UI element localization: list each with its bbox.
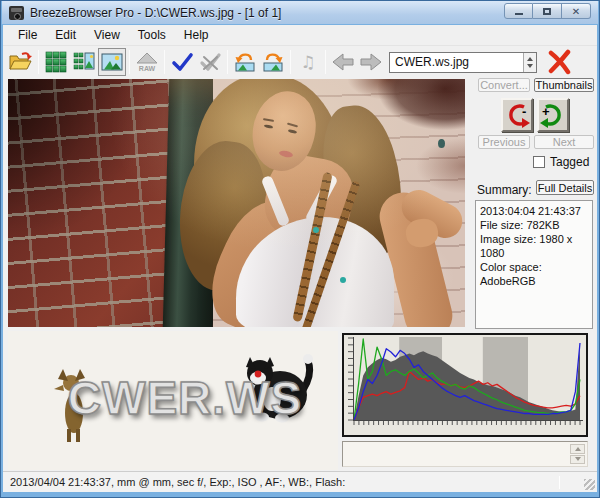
filename-combo[interactable]: CWER.ws.jpg bbox=[389, 52, 537, 73]
raw-button[interactable]: RAW bbox=[133, 48, 161, 76]
open-folder-icon bbox=[8, 50, 34, 74]
next-image-button[interactable] bbox=[357, 48, 385, 76]
rotate-ccw-button[interactable]: - bbox=[501, 98, 533, 132]
spinner-down-icon bbox=[575, 457, 581, 461]
thumbnail-view-icon bbox=[44, 50, 68, 74]
delete-x-icon bbox=[547, 49, 573, 75]
summary-line-filesize: File size: 782KB bbox=[480, 218, 588, 232]
toolbar-separator bbox=[129, 50, 130, 74]
rotate-ccw-icon: - bbox=[503, 101, 531, 129]
split-view-button[interactable] bbox=[70, 48, 98, 76]
rotate-left-button[interactable] bbox=[231, 48, 259, 76]
toolbar-separator bbox=[164, 50, 165, 74]
caption-box bbox=[342, 441, 588, 467]
maximize-icon bbox=[543, 8, 551, 15]
status-text: 2013/04/04 21:43:37, mm @ mm, sec f/, Ex… bbox=[3, 472, 597, 492]
menu-help[interactable]: Help bbox=[175, 26, 218, 44]
menu-tools[interactable]: Tools bbox=[129, 26, 175, 44]
toolbar-separator bbox=[38, 50, 39, 74]
rotate-cw-button[interactable]: + bbox=[537, 98, 569, 132]
caption-spinner-up[interactable] bbox=[570, 444, 585, 454]
menu-bar: File Edit View Tools Help bbox=[3, 25, 597, 45]
slideshow-music-button[interactable]: ♫ bbox=[294, 48, 322, 76]
statusbar-separator bbox=[559, 476, 560, 489]
convert-button[interactable]: Convert... bbox=[478, 78, 530, 92]
tag-check-icon bbox=[170, 50, 194, 74]
open-folder-button[interactable] bbox=[7, 48, 35, 76]
tagged-checkbox[interactable] bbox=[533, 156, 545, 168]
spinner-up-icon bbox=[527, 57, 533, 61]
app-window: BreezeBrowser Pro - D:\CWER.ws.jpg - [1 … bbox=[0, 0, 600, 498]
photo-lighting-overlay bbox=[8, 79, 465, 327]
histogram-panel bbox=[342, 333, 588, 437]
caption-spinner-down[interactable] bbox=[570, 455, 585, 465]
untag-icon bbox=[198, 50, 222, 74]
combo-spinner[interactable] bbox=[523, 53, 536, 72]
histogram-plot bbox=[344, 335, 586, 435]
status-bar: 2013/04/04 21:43:37, mm @ mm, sec f/, Ex… bbox=[3, 471, 597, 492]
thumbnail-view-button[interactable] bbox=[42, 48, 70, 76]
toolbar-separator bbox=[290, 50, 291, 74]
svg-text:-: - bbox=[522, 104, 526, 119]
toolbar-separator bbox=[325, 50, 326, 74]
watermark-text: CWER.WS bbox=[60, 371, 310, 425]
raw-icon: RAW bbox=[135, 50, 159, 74]
rotate-right-button[interactable] bbox=[259, 48, 287, 76]
split-view-icon bbox=[72, 50, 96, 74]
minimize-button[interactable] bbox=[504, 3, 533, 19]
toolbar-separator bbox=[227, 50, 228, 74]
rotate-cw-icon: + bbox=[539, 101, 567, 129]
photo-preview[interactable] bbox=[8, 79, 465, 327]
close-button[interactable]: ✕ bbox=[562, 3, 591, 19]
thumbnails-button[interactable]: Thumbnails bbox=[534, 78, 594, 92]
full-details-button[interactable]: Full Details bbox=[536, 180, 594, 195]
summary-line-colorspace: Color space: AdobeRGB bbox=[480, 260, 588, 288]
resize-grip[interactable] bbox=[584, 479, 595, 490]
spinner-down-icon bbox=[527, 64, 533, 68]
previous-button[interactable]: Previous bbox=[478, 135, 530, 149]
watermark-panel: CWER.WS bbox=[8, 331, 338, 470]
minimize-icon bbox=[515, 13, 523, 15]
untag-button[interactable] bbox=[196, 48, 224, 76]
next-button[interactable]: Next bbox=[534, 135, 594, 149]
svg-text:+: + bbox=[542, 104, 550, 119]
tagged-label[interactable]: Tagged bbox=[550, 155, 589, 169]
maximize-button[interactable] bbox=[533, 3, 562, 19]
menu-edit[interactable]: Edit bbox=[46, 26, 85, 44]
music-note-icon: ♫ bbox=[300, 52, 315, 72]
tag-check-button[interactable] bbox=[168, 48, 196, 76]
menu-file[interactable]: File bbox=[9, 26, 46, 44]
client-area: File Edit View Tools Help bbox=[3, 25, 597, 492]
svg-text:RAW: RAW bbox=[139, 65, 156, 72]
image-view-button[interactable] bbox=[98, 48, 126, 76]
spinner-up-icon bbox=[575, 447, 581, 451]
image-view-icon bbox=[100, 50, 124, 74]
filename-combo-value: CWER.ws.jpg bbox=[390, 55, 523, 69]
toolbar: RAW bbox=[3, 45, 597, 78]
summary-label: Summary: bbox=[477, 183, 532, 197]
previous-image-button[interactable] bbox=[329, 48, 357, 76]
summary-line-datetime: 2013:04:04 21:43:37 bbox=[480, 204, 588, 218]
app-icon bbox=[9, 6, 24, 20]
delete-button[interactable] bbox=[546, 48, 574, 76]
summary-box: 2013:04:04 21:43:37 File size: 782KB Ima… bbox=[475, 200, 593, 329]
rotate-right-icon bbox=[261, 50, 285, 74]
menu-view[interactable]: View bbox=[85, 26, 129, 44]
window-title: BreezeBrowser Pro - D:\CWER.ws.jpg - [1 … bbox=[30, 6, 281, 20]
arrow-left-icon bbox=[330, 50, 356, 74]
summary-line-imagesize: Image size: 1980 x 1080 bbox=[480, 232, 588, 260]
arrow-right-icon bbox=[358, 50, 384, 74]
close-icon: ✕ bbox=[572, 6, 580, 17]
rotate-left-icon bbox=[233, 50, 257, 74]
caption-spinner[interactable] bbox=[570, 444, 585, 464]
